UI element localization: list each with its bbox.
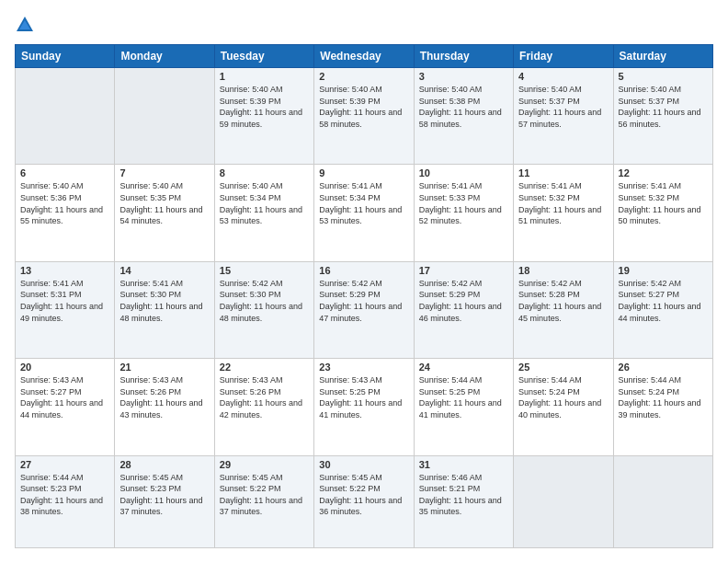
calendar-week-row: 6Sunrise: 5:40 AMSunset: 5:36 PMDaylight… xyxy=(16,165,713,261)
calendar-cell: 26Sunrise: 5:44 AMSunset: 5:24 PMDayligh… xyxy=(613,359,712,455)
day-info: Sunrise: 5:42 AMSunset: 5:29 PMDaylight:… xyxy=(319,278,408,324)
day-number: 29 xyxy=(220,459,309,470)
day-number: 25 xyxy=(518,362,608,373)
calendar-week-row: 1Sunrise: 5:40 AMSunset: 5:39 PMDaylight… xyxy=(16,68,713,165)
day-info: Sunrise: 5:42 AMSunset: 5:30 PMDaylight:… xyxy=(220,278,309,324)
calendar-cell: 27Sunrise: 5:44 AMSunset: 5:23 PMDayligh… xyxy=(16,455,115,547)
calendar-cell: 9Sunrise: 5:41 AMSunset: 5:34 PMDaylight… xyxy=(314,165,414,261)
day-info: Sunrise: 5:41 AMSunset: 5:32 PMDaylight:… xyxy=(619,180,708,226)
day-number: 2 xyxy=(319,71,408,82)
day-number: 24 xyxy=(419,362,508,373)
day-info: Sunrise: 5:40 AMSunset: 5:37 PMDaylight:… xyxy=(518,84,608,130)
day-info: Sunrise: 5:45 AMSunset: 5:23 PMDaylight:… xyxy=(119,472,209,518)
calendar-cell: 5Sunrise: 5:40 AMSunset: 5:37 PMDaylight… xyxy=(613,68,712,165)
calendar-cell xyxy=(613,455,712,547)
calendar-cell: 15Sunrise: 5:42 AMSunset: 5:30 PMDayligh… xyxy=(214,261,313,358)
day-info: Sunrise: 5:41 AMSunset: 5:32 PMDaylight:… xyxy=(518,180,608,226)
day-info: Sunrise: 5:40 AMSunset: 5:37 PMDaylight:… xyxy=(619,84,708,130)
calendar-cell: 3Sunrise: 5:40 AMSunset: 5:38 PMDaylight… xyxy=(414,68,513,165)
day-info: Sunrise: 5:40 AMSunset: 5:38 PMDaylight:… xyxy=(419,84,508,130)
day-number: 27 xyxy=(20,459,109,470)
day-number: 31 xyxy=(419,459,508,470)
calendar-cell: 2Sunrise: 5:40 AMSunset: 5:39 PMDaylight… xyxy=(314,68,414,165)
day-number: 11 xyxy=(518,167,608,178)
day-info: Sunrise: 5:44 AMSunset: 5:23 PMDaylight:… xyxy=(20,472,109,518)
calendar-cell: 18Sunrise: 5:42 AMSunset: 5:28 PMDayligh… xyxy=(514,261,613,358)
calendar-cell: 24Sunrise: 5:44 AMSunset: 5:25 PMDayligh… xyxy=(414,359,513,455)
calendar-cell xyxy=(115,68,214,165)
calendar-cell: 4Sunrise: 5:40 AMSunset: 5:37 PMDaylight… xyxy=(514,68,613,165)
day-info: Sunrise: 5:46 AMSunset: 5:21 PMDaylight:… xyxy=(419,472,508,518)
calendar-cell: 6Sunrise: 5:40 AMSunset: 5:36 PMDaylight… xyxy=(16,165,115,261)
calendar-table: SundayMondayTuesdayWednesdayThursdayFrid… xyxy=(15,44,713,548)
weekday-header-friday: Friday xyxy=(514,45,613,68)
day-info: Sunrise: 5:41 AMSunset: 5:33 PMDaylight:… xyxy=(419,180,508,226)
weekday-header-sunday: Sunday xyxy=(16,45,115,68)
weekday-header-thursday: Thursday xyxy=(414,45,513,68)
day-info: Sunrise: 5:44 AMSunset: 5:24 PMDaylight:… xyxy=(518,374,608,420)
calendar-cell: 10Sunrise: 5:41 AMSunset: 5:33 PMDayligh… xyxy=(414,165,513,261)
weekday-header-row: SundayMondayTuesdayWednesdayThursdayFrid… xyxy=(16,45,713,68)
header xyxy=(15,15,713,35)
day-number: 28 xyxy=(119,459,209,470)
weekday-header-tuesday: Tuesday xyxy=(214,45,313,68)
day-number: 14 xyxy=(119,265,209,276)
day-number: 22 xyxy=(220,362,309,373)
weekday-header-saturday: Saturday xyxy=(613,45,712,68)
calendar-cell: 8Sunrise: 5:40 AMSunset: 5:34 PMDaylight… xyxy=(214,165,313,261)
day-info: Sunrise: 5:43 AMSunset: 5:26 PMDaylight:… xyxy=(119,374,209,420)
calendar-cell: 1Sunrise: 5:40 AMSunset: 5:39 PMDaylight… xyxy=(214,68,313,165)
day-number: 5 xyxy=(619,71,708,82)
calendar-cell: 25Sunrise: 5:44 AMSunset: 5:24 PMDayligh… xyxy=(514,359,613,455)
calendar-cell: 19Sunrise: 5:42 AMSunset: 5:27 PMDayligh… xyxy=(613,261,712,358)
day-info: Sunrise: 5:40 AMSunset: 5:39 PMDaylight:… xyxy=(220,84,309,130)
calendar-cell: 23Sunrise: 5:43 AMSunset: 5:25 PMDayligh… xyxy=(314,359,414,455)
weekday-header-monday: Monday xyxy=(115,45,214,68)
calendar-cell xyxy=(16,68,115,165)
calendar-cell: 29Sunrise: 5:45 AMSunset: 5:22 PMDayligh… xyxy=(214,455,313,547)
calendar-week-row: 27Sunrise: 5:44 AMSunset: 5:23 PMDayligh… xyxy=(16,455,713,547)
calendar-cell: 16Sunrise: 5:42 AMSunset: 5:29 PMDayligh… xyxy=(314,261,414,358)
calendar-week-row: 13Sunrise: 5:41 AMSunset: 5:31 PMDayligh… xyxy=(16,261,713,358)
day-number: 30 xyxy=(319,459,408,470)
day-number: 20 xyxy=(20,362,109,373)
day-number: 17 xyxy=(419,265,508,276)
day-info: Sunrise: 5:40 AMSunset: 5:35 PMDaylight:… xyxy=(119,180,209,226)
calendar-cell: 20Sunrise: 5:43 AMSunset: 5:27 PMDayligh… xyxy=(16,359,115,455)
logo-icon xyxy=(15,15,35,35)
day-number: 4 xyxy=(518,71,608,82)
day-info: Sunrise: 5:40 AMSunset: 5:34 PMDaylight:… xyxy=(220,180,309,226)
logo xyxy=(15,15,39,35)
day-info: Sunrise: 5:44 AMSunset: 5:24 PMDaylight:… xyxy=(619,374,708,420)
day-info: Sunrise: 5:41 AMSunset: 5:31 PMDaylight:… xyxy=(20,278,109,324)
day-info: Sunrise: 5:43 AMSunset: 5:25 PMDaylight:… xyxy=(319,374,408,420)
day-number: 1 xyxy=(220,71,309,82)
day-number: 26 xyxy=(619,362,708,373)
calendar-cell: 13Sunrise: 5:41 AMSunset: 5:31 PMDayligh… xyxy=(16,261,115,358)
day-info: Sunrise: 5:45 AMSunset: 5:22 PMDaylight:… xyxy=(319,472,408,518)
day-number: 18 xyxy=(518,265,608,276)
day-info: Sunrise: 5:42 AMSunset: 5:28 PMDaylight:… xyxy=(518,278,608,324)
day-number: 23 xyxy=(319,362,408,373)
calendar-cell xyxy=(514,455,613,547)
day-info: Sunrise: 5:44 AMSunset: 5:25 PMDaylight:… xyxy=(419,374,508,420)
calendar-cell: 21Sunrise: 5:43 AMSunset: 5:26 PMDayligh… xyxy=(115,359,214,455)
day-number: 13 xyxy=(20,265,109,276)
day-number: 15 xyxy=(220,265,309,276)
day-info: Sunrise: 5:43 AMSunset: 5:26 PMDaylight:… xyxy=(220,374,309,420)
day-number: 19 xyxy=(619,265,708,276)
day-number: 12 xyxy=(619,167,708,178)
day-info: Sunrise: 5:41 AMSunset: 5:34 PMDaylight:… xyxy=(319,180,408,226)
calendar-cell: 14Sunrise: 5:41 AMSunset: 5:30 PMDayligh… xyxy=(115,261,214,358)
calendar-page: SundayMondayTuesdayWednesdayThursdayFrid… xyxy=(0,0,728,563)
day-info: Sunrise: 5:40 AMSunset: 5:39 PMDaylight:… xyxy=(319,84,408,130)
day-number: 10 xyxy=(419,167,508,178)
calendar-cell: 7Sunrise: 5:40 AMSunset: 5:35 PMDaylight… xyxy=(115,165,214,261)
day-info: Sunrise: 5:42 AMSunset: 5:29 PMDaylight:… xyxy=(419,278,508,324)
day-number: 8 xyxy=(220,167,309,178)
day-number: 16 xyxy=(319,265,408,276)
calendar-cell: 30Sunrise: 5:45 AMSunset: 5:22 PMDayligh… xyxy=(314,455,414,547)
day-info: Sunrise: 5:45 AMSunset: 5:22 PMDaylight:… xyxy=(220,472,309,518)
day-number: 9 xyxy=(319,167,408,178)
calendar-week-row: 20Sunrise: 5:43 AMSunset: 5:27 PMDayligh… xyxy=(16,359,713,455)
